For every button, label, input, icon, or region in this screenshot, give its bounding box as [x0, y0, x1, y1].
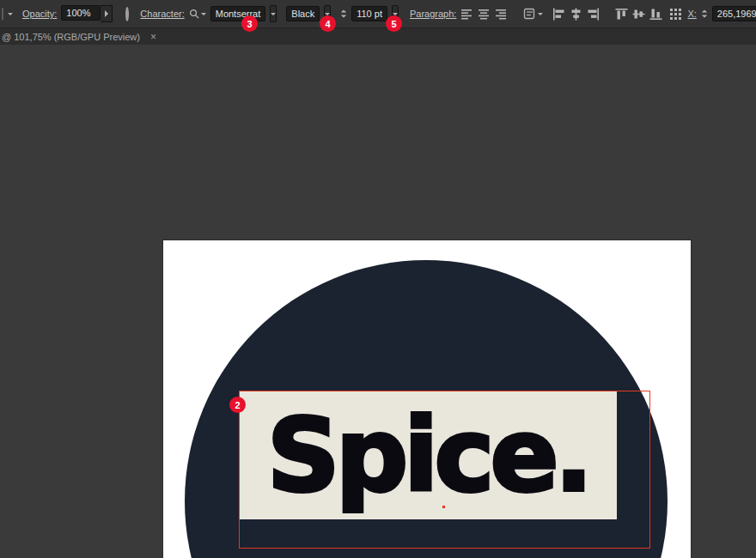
- close-icon[interactable]: ×: [150, 31, 156, 43]
- selection-center-point: [442, 506, 445, 508]
- document-style-icon: [523, 8, 536, 20]
- font-size-stepper[interactable]: [340, 9, 347, 18]
- align-horizontal-left-button[interactable]: [552, 5, 565, 22]
- align-vertical-top-button[interactable]: [615, 5, 628, 22]
- align-horizontal-center-button[interactable]: [570, 5, 582, 22]
- chevron-down-icon: [271, 13, 276, 15]
- callout-badge-3: 3: [241, 15, 258, 32]
- recolor-artwork-icon[interactable]: [125, 7, 129, 21]
- callout-badge-4: 4: [320, 15, 336, 32]
- font-family-dropdown[interactable]: [270, 5, 277, 22]
- triangle-up-icon: [702, 9, 707, 12]
- font-family-input[interactable]: Montserrat: [210, 6, 266, 21]
- illustrator-window: { "toolbar": { "opacity": { "label": "Op…: [0, 0, 756, 558]
- font-style-input[interactable]: Black: [286, 6, 320, 21]
- chevron-down-icon[interactable]: [8, 13, 13, 15]
- reference-point-grid-icon[interactable]: [670, 5, 681, 22]
- opacity-input[interactable]: 100%: [61, 5, 101, 21]
- align-text-left-button[interactable]: [460, 5, 473, 22]
- callout-badge-2: 2: [229, 397, 246, 413]
- align-horizontal-right-button[interactable]: [587, 5, 600, 22]
- x-position-label[interactable]: X:: [687, 9, 696, 19]
- paragraph-label[interactable]: Paragraph:: [410, 9, 456, 19]
- align-text-center-button[interactable]: [478, 5, 491, 22]
- opacity-label[interactable]: Opacity:: [22, 9, 57, 19]
- triangle-down-icon: [702, 15, 707, 17]
- align-vertical-bottom-button[interactable]: [649, 5, 662, 22]
- triangle-up-icon: [341, 9, 346, 12]
- control-bar: Opacity: 100% Character: Montserrat Blac…: [0, 0, 756, 28]
- search-icon: [189, 9, 199, 19]
- style-menu-button[interactable]: [523, 8, 543, 20]
- logo-headline-text[interactable]: Spice.: [239, 391, 617, 519]
- triangle-right-icon: [105, 10, 108, 17]
- fill-swatch-icon[interactable]: [2, 8, 3, 20]
- font-size-input[interactable]: 110 pt: [351, 6, 387, 21]
- document-tab[interactable]: @ 101,75% (RGB/GPU Preview): [2, 32, 140, 42]
- canvas-area: Spice.: [0, 45, 756, 558]
- document-tab-bar: @ 101,75% (RGB/GPU Preview) ×: [0, 28, 756, 45]
- font-search-button[interactable]: [189, 9, 206, 19]
- callout-badge-5: 5: [386, 15, 402, 32]
- chevron-down-icon: [201, 13, 206, 15]
- x-position-input[interactable]: 265,1969 pt: [712, 6, 756, 21]
- character-label[interactable]: Character:: [140, 9, 184, 19]
- align-vertical-center-button[interactable]: [632, 5, 645, 22]
- opacity-stepper-button[interactable]: [101, 5, 113, 22]
- x-position-stepper[interactable]: [701, 9, 708, 18]
- triangle-down-icon: [341, 15, 346, 17]
- align-text-right-button[interactable]: [495, 5, 508, 22]
- chevron-down-icon: [538, 13, 543, 15]
